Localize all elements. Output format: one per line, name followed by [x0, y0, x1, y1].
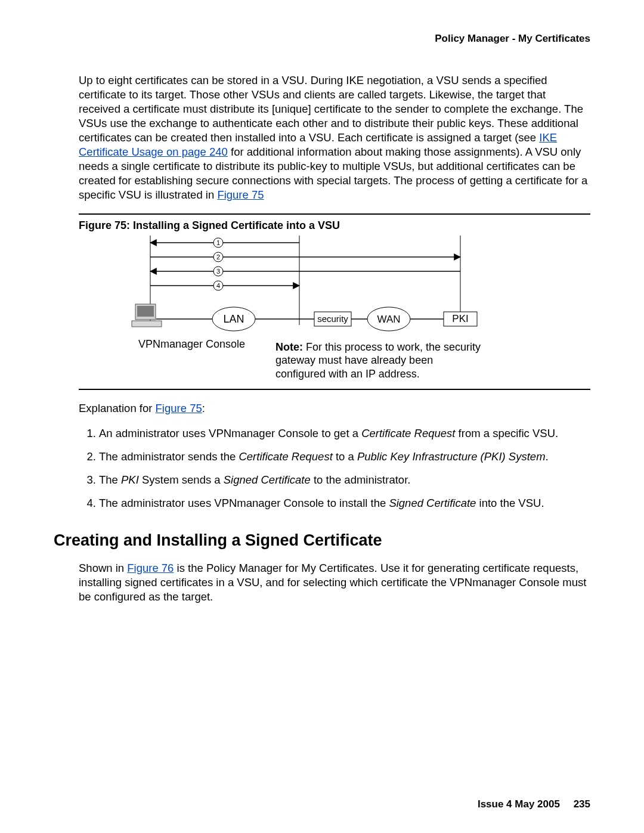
link-figure-75[interactable]: Figure 75	[217, 188, 264, 201]
section-heading: Creating and Installing a Signed Certifi…	[54, 531, 590, 550]
wan-cloud-icon: WAN	[367, 307, 410, 331]
s3i2: Signed Certificate	[224, 473, 311, 486]
step-4: The administrator uses VPNmanager Consol…	[99, 496, 590, 511]
pki-box-icon: PKI	[444, 312, 477, 326]
step-3: The PKI System sends a Signed Certificat…	[99, 473, 590, 488]
svg-text:3: 3	[216, 268, 220, 275]
section-paragraph: Shown in Figure 76 is the Policy Manager…	[79, 561, 590, 604]
svg-rect-16	[137, 306, 154, 317]
explanation-list: An administrator uses VPNmanager Console…	[79, 426, 590, 511]
s2a: The administrator sends the	[99, 450, 239, 463]
link-figure-76[interactable]: Figure 76	[127, 562, 174, 574]
s3a: The	[99, 473, 121, 486]
s2b: to a	[333, 450, 357, 463]
svg-text:4: 4	[216, 282, 220, 289]
s3b: System sends a	[139, 473, 224, 486]
svg-text:LAN: LAN	[223, 313, 244, 325]
step-badge: 1 2 3 4	[213, 238, 223, 290]
para2-a: Shown in	[79, 562, 127, 574]
s3c: to the administrator.	[311, 473, 411, 486]
step-1: An administrator uses VPNmanager Console…	[99, 426, 590, 441]
figure-75-diagram: 1 2 3 4 LAN	[79, 236, 590, 381]
page-footer: Issue 4 May 2005 235	[478, 798, 590, 810]
footer-issue: Issue 4 May 2005	[478, 798, 560, 810]
svg-rect-17	[132, 321, 162, 327]
s1i: Certificate Request	[361, 427, 455, 439]
page: Policy Manager - My Certificates Up to e…	[0, 0, 644, 833]
s2i1: Certificate Request	[239, 450, 332, 463]
running-header: Policy Manager - My Certificates	[54, 33, 590, 45]
footer-page-number: 235	[574, 798, 590, 810]
s1a: An administrator uses VPNmanager Console…	[99, 427, 361, 439]
s3i1: PKI	[121, 473, 139, 486]
explain-prefix: Explanation for	[79, 402, 156, 414]
s4b: into the VSU.	[476, 497, 544, 509]
explanation-lead: Explanation for Figure 75:	[79, 401, 590, 416]
svg-text:1: 1	[216, 239, 220, 246]
svg-text:WAN: WAN	[377, 314, 400, 325]
svg-text:security: security	[317, 314, 348, 324]
s2i2: Public Key Infrastructure (PKI) System	[357, 450, 546, 463]
vpnmanager-console-label: VPNmanager Console	[138, 338, 245, 350]
svg-text:PKI: PKI	[452, 313, 468, 324]
lan-cloud-icon: LAN	[212, 307, 255, 331]
s4i: Signed Certificate	[389, 497, 476, 509]
s2c: .	[546, 450, 549, 463]
link-figure-75-b[interactable]: Figure 75	[156, 402, 202, 414]
svg-text:2: 2	[216, 253, 220, 261]
para1-a: Up to eight certificates can be stored i…	[79, 74, 583, 144]
intro-paragraph: Up to eight certificates can be stored i…	[79, 73, 590, 202]
security-gateway-icon: security	[314, 312, 351, 326]
figure-75-caption: Figure 75: Installing a Signed Certifica…	[79, 219, 590, 232]
explain-suffix: :	[202, 402, 205, 414]
figure-rule-bottom	[79, 389, 590, 390]
step-2: The administrator sends the Certificate …	[99, 450, 590, 465]
figure-rule-top	[79, 213, 590, 215]
s1b: from a specific VSU.	[455, 427, 558, 439]
s4a: The administrator uses VPNmanager Consol…	[99, 497, 389, 509]
note-bold: Note:	[275, 341, 303, 353]
computer-icon	[132, 304, 162, 327]
